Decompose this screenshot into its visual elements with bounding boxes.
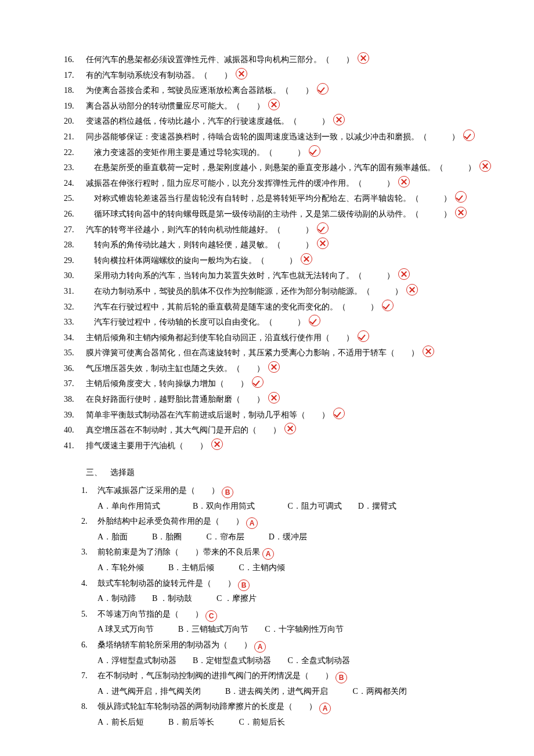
- mc-question: 6.桑塔纳轿车前轮所采用的制动器为（ ）AA．浮钳型盘式制动器 B．定钳型盘式制…: [81, 638, 505, 668]
- check-icon: [358, 330, 369, 342]
- answer-letter-icon: C: [205, 610, 217, 622]
- question-number: 33.: [64, 315, 86, 330]
- answer-letter-icon: A: [262, 548, 274, 560]
- question-number: 3.: [81, 545, 98, 560]
- tf-question: 31. 在动力制动系中，驾驶员的肌体不仅作为控制能源，还作为部分制动能源。（ ）: [64, 284, 505, 300]
- question-number: 18.: [64, 83, 86, 99]
- question-text: 气压增压器失效，制动主缸也随之失效。（ ）: [86, 361, 505, 377]
- cross-icon: [268, 361, 280, 373]
- question-body: 桑塔纳轿车前轮所采用的制动器为（ ）AA．浮钳型盘式制动器 B．定钳型盘式制动器…: [98, 638, 505, 668]
- question-text: 汽车行驶过程中，传动轴的长度可以自由变化。（ ）: [86, 315, 505, 330]
- question-text: 对称式锥齿轮差速器当行星齿轮没有自转时，总是将转矩平均分配给左、右两半轴齿轮。（…: [86, 191, 505, 207]
- question-number: 8.: [81, 699, 98, 715]
- question-number: 37.: [64, 376, 86, 392]
- multiple-choice-section: 1.汽车减振器广泛采用的是（ ）BA．单向作用筒式 B．双向作用筒式 C．阻力可…: [64, 483, 505, 730]
- question-number: 35.: [64, 345, 86, 361]
- cross-icon: [406, 284, 418, 296]
- tf-question: 40.真空增压器在不制动时，其大气阀门是开启的（ ）: [64, 423, 505, 438]
- question-number: 28.: [64, 237, 86, 253]
- question-number: 34.: [64, 330, 86, 346]
- mc-question: 7.在不制动时，气压制动控制阀的进排气阀门的开闭情况是（ ）BA．进气阀开启，排…: [81, 668, 505, 699]
- question-text: 膜片弹簧可使离合器简化，但在高速旋转时，其压紧力受离心力影响，不适用于轿车（ ）: [86, 345, 505, 361]
- question-text: 主销后倾角度变大，转向操纵力增加（ ）: [86, 376, 505, 392]
- question-number: 17.: [64, 68, 86, 84]
- check-icon: [309, 315, 320, 326]
- cross-icon: [479, 160, 491, 172]
- question-text: 为使离合器接合柔和，驾驶员应逐渐放松离合器踏板。（ ）: [86, 83, 505, 99]
- tf-question: 41.排气缓速主要用于汽油机（ ）: [64, 438, 505, 454]
- question-text: 转向系的角传动比越大，则转向越轻便，越灵敏。（ ）: [86, 237, 505, 253]
- check-icon: [309, 145, 320, 157]
- cross-icon: [333, 114, 345, 125]
- answer-letter-icon: B: [335, 672, 347, 683]
- check-icon: [455, 191, 467, 203]
- question-text: 排气缓速主要用于汽油机（ ）: [86, 438, 505, 454]
- mc-question: 1.汽车减振器广泛采用的是（ ）BA．单向作用筒式 B．双向作用筒式 C．阻力可…: [81, 483, 505, 514]
- mc-question: 5.不等速万向节指的是（ ）CA 球叉式万向节 B．三销轴式万向节 C．十字轴刚…: [81, 607, 505, 638]
- mc-question: 3.前轮前束是为了消除（ ）带来的不良后果AA．车轮外倾 B．主销后倾 C．主销…: [81, 545, 505, 575]
- question-stem: 汽车减振器广泛采用的是（ ）: [98, 486, 219, 495]
- question-text: 转向横拉杆体两端螺纹的旋向一般均为右旋。（ ）: [86, 253, 505, 269]
- cross-icon: [398, 176, 410, 188]
- tf-question: 33. 汽车行驶过程中，传动轴的长度可以自由变化。（ ）: [64, 315, 505, 330]
- tf-question: 24.减振器在伸张行程时，阻力应尽可能小，以充分发挥弹性元件的缓冲作用。（ ）: [64, 176, 505, 192]
- tf-question: 18.为使离合器接合柔和，驾驶员应逐渐放松离合器踏板。（ ）: [64, 83, 505, 99]
- question-number: 21.: [64, 129, 86, 145]
- question-text: 在悬架所受的垂直载荷一定时，悬架刚度越小，则悬架的垂直变形越小，汽车的固有频率越…: [86, 160, 505, 176]
- check-icon: [382, 300, 394, 311]
- question-body: 前轮前束是为了消除（ ）带来的不良后果AA．车轮外倾 B．主销后倾 C．主销内倾: [98, 545, 505, 575]
- question-options: A 球叉式万向节 B．三销轴式万向节 C．十字轴刚性万向节: [98, 625, 344, 633]
- cross-icon: [211, 438, 223, 450]
- question-number: 38.: [64, 392, 86, 408]
- check-icon: [333, 408, 345, 419]
- question-stem: 鼓式车轮制动器的旋转元件是（ ）: [98, 579, 236, 588]
- answer-letter-icon: A: [319, 703, 331, 714]
- check-icon: [317, 83, 329, 95]
- question-text: 同步器能够保证：变速器换档时，待啮合齿轮的圆周速度迅速达到一致，以减少冲击和磨损…: [86, 129, 505, 145]
- page: 16.任何汽车的悬架都必须设置弹性元件、减振器和导向机构三部分。（ ）17.有的…: [0, 52, 534, 730]
- question-text: 简单非平衡鼓式制动器在汽车前进或后退时，制动几乎相等（ ）: [86, 408, 505, 423]
- cross-icon: [317, 237, 329, 249]
- question-stem: 外胎结构中起承受负荷作用的是（ ）: [98, 517, 244, 525]
- question-text: 循环球式转向器中的转向螺母既是第一级传动副的主动件，又是第二级传动副的从动件。（…: [86, 207, 505, 222]
- question-options: A．浮钳型盘式制动器 B．定钳型盘式制动器 C．全盘式制动器: [98, 656, 350, 665]
- question-options: A．前长后短 B．前后等长 C．前短后长: [98, 718, 285, 726]
- question-body: 汽车减振器广泛采用的是（ ）BA．单向作用筒式 B．双向作用筒式 C．阻力可调式…: [98, 483, 505, 514]
- cross-icon: [455, 207, 467, 218]
- question-options: A．胎面 B．胎圈 C．帘布层 D．缓冲层: [98, 532, 307, 541]
- question-text: 离合器从动部分的转动惯量应尽可能大。（ ）: [86, 99, 505, 114]
- question-stem: 在不制动时，气压制动控制阀的进排气阀门的开闭情况是（ ）: [98, 671, 333, 680]
- question-text: 有的汽车制动系统没有制动器。（ ）: [86, 68, 505, 84]
- answer-letter-icon: A: [246, 517, 258, 529]
- question-number: 22.: [64, 145, 86, 161]
- question-text: 任何汽车的悬架都必须设置弹性元件、减振器和导向机构三部分。（ ）: [86, 52, 505, 68]
- question-number: 24.: [64, 176, 86, 192]
- tf-question: 23. 在悬架所受的垂直载荷一定时，悬架刚度越小，则悬架的垂直变形越小，汽车的固…: [64, 160, 505, 176]
- question-options: A．制动蹄 B ．制动鼓 C ．摩擦片: [98, 594, 257, 603]
- question-text: 在动力制动系中，驾驶员的肌体不仅作为控制能源，还作为部分制动能源。（ ）: [86, 284, 505, 300]
- question-number: 1.: [81, 483, 98, 499]
- question-text: 变速器的档位越低，传动比越小，汽车的行驶速度越低。（ ）: [86, 114, 505, 129]
- answer-letter-icon: B: [222, 487, 233, 498]
- cross-icon: [423, 345, 434, 357]
- check-icon: [252, 376, 264, 388]
- tf-question: 27.汽车的转弯半径越小，则汽车的转向机动性能越好。（ ）: [64, 222, 505, 238]
- question-text: 汽车的转弯半径越小，则汽车的转向机动性能越好。（ ）: [86, 222, 505, 238]
- cross-icon: [268, 392, 280, 404]
- question-text: 液力变速器的变矩作用主要是通过导轮实现的。（ ）: [86, 145, 505, 161]
- question-number: 6.: [81, 638, 98, 653]
- question-options: A．单向作用筒式 B．双向作用筒式 C．阻力可调式 D．摆臂式: [98, 502, 396, 510]
- mc-section-title: 三、 选择题: [64, 465, 505, 481]
- tf-question: 19.离合器从动部分的转动惯量应尽可能大。（ ）: [64, 99, 505, 114]
- cross-icon: [358, 52, 369, 64]
- question-number: 27.: [64, 222, 86, 238]
- question-text: 减振器在伸张行程时，阻力应尽可能小，以充分发挥弹性元件的缓冲作用。（ ）: [86, 176, 505, 192]
- question-body: 外胎结构中起承受负荷作用的是（ ）AA．胎面 B．胎圈 C．帘布层 D．缓冲层: [98, 514, 505, 545]
- tf-question: 32. 汽车在行驶过程中，其前后轮的垂直载荷是随车速的变化而变化的。（ ）: [64, 300, 505, 315]
- tf-question: 16.任何汽车的悬架都必须设置弹性元件、减振器和导向机构三部分。（ ）: [64, 52, 505, 68]
- mc-question: 8.领从蹄式轮缸车轮制动器的两制动蹄摩擦片的长度是（ ）AA．前长后短 B．前后…: [81, 699, 505, 730]
- mc-question: 4.鼓式车轮制动器的旋转元件是（ ）BA．制动蹄 B ．制动鼓 C ．摩擦片: [81, 576, 505, 607]
- question-text: 采用动力转向系的汽车，当转向加力装置失效时，汽车也就无法转向了。（ ）: [86, 268, 505, 284]
- question-body: 在不制动时，气压制动控制阀的进排气阀门的开闭情况是（ ）BA．进气阀开启，排气阀…: [98, 668, 505, 699]
- question-number: 2.: [81, 514, 98, 530]
